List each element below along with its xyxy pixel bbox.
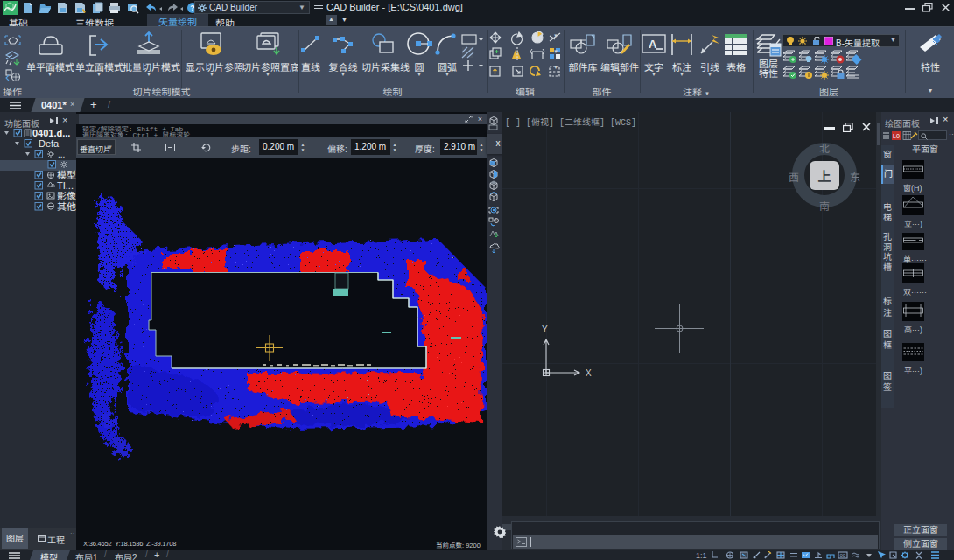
- svg-text:Y: Y: [542, 325, 548, 334]
- svg-text:A: A: [649, 38, 657, 51]
- svg-text:东: 东: [850, 169, 860, 184]
- svg-text:上: 上: [817, 166, 831, 185]
- svg-text:00: 00: [840, 553, 846, 558]
- svg-text:南: 南: [819, 198, 830, 213]
- svg-text:...: ...: [58, 150, 65, 159]
- svg-text:西: 西: [789, 169, 799, 184]
- svg-text:0401.d...: 0401.d...: [32, 129, 70, 138]
- svg-text:模型: 模型: [57, 170, 76, 180]
- svg-text:L0: L0: [893, 133, 900, 139]
- svg-text:Defa: Defa: [39, 138, 60, 149]
- svg-text:北: 北: [819, 140, 830, 155]
- svg-text:X: X: [586, 368, 592, 378]
- svg-text:影像: 影像: [57, 191, 76, 201]
- svg-text:TI...: TI...: [57, 180, 74, 191]
- svg-text:其他: 其他: [57, 201, 76, 212]
